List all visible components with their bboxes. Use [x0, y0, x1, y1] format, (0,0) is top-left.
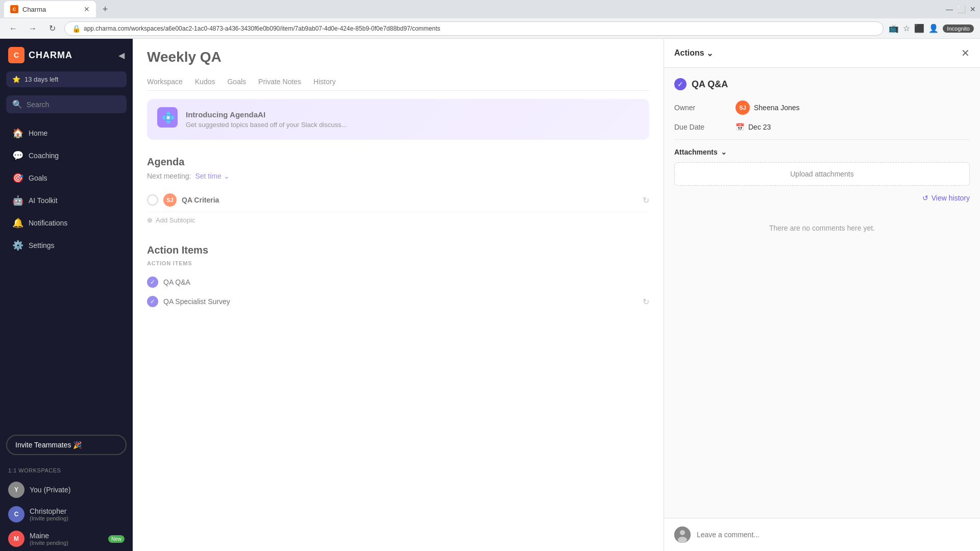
panel-close-button[interactable]: ✕ [961, 47, 970, 59]
close-window-button[interactable]: ✕ [970, 5, 976, 13]
actions-chevron-icon: ⌄ [706, 48, 713, 58]
svg-point-4 [678, 537, 687, 543]
add-subtopic-button[interactable]: ⊕ Add Subtopic [147, 212, 649, 228]
search-input[interactable] [27, 101, 120, 109]
minimize-button[interactable]: — [946, 5, 953, 13]
trial-badge: ⭐ 13 days left [6, 71, 127, 87]
invite-teammates-button[interactable]: Invite Teammates 🎉 [6, 435, 127, 455]
page-title: Weekly QA [147, 49, 649, 65]
sidebar-item-coaching[interactable]: 💬 Coaching [4, 145, 129, 166]
owner-field-row: Owner SJ Sheena Jones [674, 101, 970, 115]
sidebar-item-settings-label: Settings [29, 241, 55, 249]
sidebar-item-ai-toolkit[interactable]: 🤖 AI Toolkit [4, 190, 129, 211]
extensions-icon[interactable]: ⬛ [914, 23, 924, 33]
sidebar-item-goals[interactable]: 🎯 Goals [4, 167, 129, 189]
back-button[interactable]: ← [6, 21, 20, 36]
action-items-section: Action Items ACTION ITEMS ✓ QA Q&A ✓ QA … [133, 236, 664, 319]
action-item-qa-q-and-a: ✓ QA Q&A [147, 272, 649, 292]
sidebar: C CHARMA ◀ ⭐ 13 days left 🔍 🏠 Home 💬 Coa… [0, 39, 133, 551]
tab-goals[interactable]: Goals [227, 73, 246, 91]
tab-workspace[interactable]: Workspace [147, 73, 183, 91]
sidebar-collapse-button[interactable]: ◀ [118, 51, 125, 60]
sidebar-item-goals-label: Goals [29, 174, 47, 182]
coaching-icon: 💬 [12, 150, 23, 161]
active-tab[interactable]: C Charma ✕ [4, 1, 96, 17]
profile-icon[interactable]: 👤 [928, 23, 939, 33]
set-time-label: Set time [195, 172, 221, 180]
workspace-title-you: You (Private) [30, 486, 125, 494]
tab-close-button[interactable]: ✕ [84, 5, 90, 13]
panel-body: ✓ QA Q&A Owner SJ Sheena Jones Due Date … [664, 68, 980, 518]
sidebar-item-coaching-label: Coaching [29, 152, 59, 160]
tab-controls: — ⬜ ✕ [946, 5, 976, 13]
bookmark-icon[interactable]: ☆ [903, 23, 910, 33]
main-content: Weekly QA Workspace Kudos Goals Private … [133, 39, 664, 551]
history-icon: ↺ [922, 194, 928, 202]
repeat-icon-qa-criteria[interactable]: ↻ [643, 195, 649, 205]
logo-text: CHARMA [29, 50, 72, 61]
main-header: Weekly QA [133, 39, 664, 65]
trial-icon: ⭐ [12, 76, 20, 83]
search-box[interactable]: 🔍 [6, 95, 127, 113]
tabs-bar: Workspace Kudos Goals Private Notes Hist… [147, 73, 649, 91]
actions-dropdown-button[interactable]: Actions ⌄ [674, 48, 713, 58]
maximize-button[interactable]: ⬜ [957, 5, 966, 13]
due-date-value: Dec 23 [748, 123, 771, 131]
panel-item-title: QA Q&A [692, 79, 728, 90]
panel-check-icon[interactable]: ✓ [674, 78, 687, 90]
attachments-header[interactable]: Attachments ⌄ [674, 148, 970, 156]
new-tab-button[interactable]: + [98, 2, 112, 16]
owner-name: Sheena Jones [754, 104, 800, 112]
item-avatar-qa-criteria: SJ [163, 193, 177, 207]
sidebar-item-home-label: Home [29, 129, 47, 137]
url-text: app.charma.com/workspaces/a6e00ac2-1ac0-… [84, 25, 440, 32]
svg-point-3 [680, 530, 685, 535]
workspace-item-maine[interactable]: M Maine (Invite pending) New [0, 527, 133, 551]
agenda-item-qa-criteria: SJ QA Criteria ↻ [147, 188, 649, 212]
tab-favicon: C [10, 5, 18, 13]
check-circle-qa-specialist-survey[interactable]: ✓ [147, 296, 158, 307]
comment-input[interactable] [697, 531, 970, 539]
due-date-field-value: 📅 Dec 23 [736, 123, 771, 131]
banner-title: Introducing AgendaAI [186, 110, 347, 119]
cast-icon[interactable]: 📺 [889, 23, 899, 33]
workspace-avatar-you: Y [8, 482, 24, 498]
action-item-text-qa-q-and-a: QA Q&A [163, 278, 649, 286]
add-subtopic-icon: ⊕ [147, 216, 153, 224]
workspace-item-you[interactable]: Y You (Private) [0, 478, 133, 502]
workspace-item-christopher[interactable]: C Christopher (Invite pending) [0, 502, 133, 527]
app-wrapper: C CHARMA ◀ ⭐ 13 days left 🔍 🏠 Home 💬 Coa… [0, 0, 980, 551]
tab-kudos[interactable]: Kudos [195, 73, 215, 91]
logo-icon: C [8, 47, 24, 63]
action-items-title: Action Items [147, 244, 649, 256]
action-items-column-label: ACTION ITEMS [147, 260, 649, 266]
tab-private-notes[interactable]: Private Notes [258, 73, 301, 91]
sidebar-item-notifications-label: Notifications [29, 219, 67, 227]
browser-icons: 📺 ☆ ⬛ 👤 Incognito [889, 23, 974, 33]
forward-button[interactable]: → [26, 21, 40, 36]
reload-button[interactable]: ↻ [45, 21, 59, 36]
commenter-avatar [674, 527, 691, 543]
owner-avatar: SJ [736, 101, 750, 115]
sidebar-item-notifications[interactable]: 🔔 Notifications [4, 212, 129, 234]
upload-attachments-button[interactable]: Upload attachments [674, 162, 970, 186]
workspace-avatar-maine: M [8, 531, 24, 547]
ai-toolkit-icon: 🤖 [12, 195, 23, 206]
repeat-icon-qa-specialist-survey[interactable]: ↻ [643, 297, 649, 307]
sidebar-item-home[interactable]: 🏠 Home [4, 122, 129, 144]
sidebar-item-ai-toolkit-label: AI Toolkit [29, 196, 58, 205]
banner-text: Introducing AgendaAI Get suggested topic… [186, 110, 347, 129]
sidebar-item-settings[interactable]: ⚙️ Settings [4, 235, 129, 256]
set-time-button[interactable]: Set time ⌄ [195, 172, 229, 180]
owner-field-label: Owner [674, 104, 736, 112]
view-history-button[interactable]: ↺ View history [674, 194, 970, 202]
logo-area: C CHARMA [8, 47, 72, 63]
search-icon: 🔍 [12, 99, 22, 109]
tab-history[interactable]: History [313, 73, 336, 91]
check-circle-qa-q-and-a[interactable]: ✓ [147, 277, 158, 288]
check-circle-qa-criteria[interactable] [147, 194, 158, 206]
url-bar[interactable]: 🔒 app.charma.com/workspaces/a6e00ac2-1ac… [64, 21, 884, 36]
attachments-label: Attachments [674, 148, 718, 156]
chevron-down-icon: ⌄ [224, 172, 230, 180]
intro-banner: 💠 Introducing AgendaAI Get suggested top… [147, 99, 649, 140]
